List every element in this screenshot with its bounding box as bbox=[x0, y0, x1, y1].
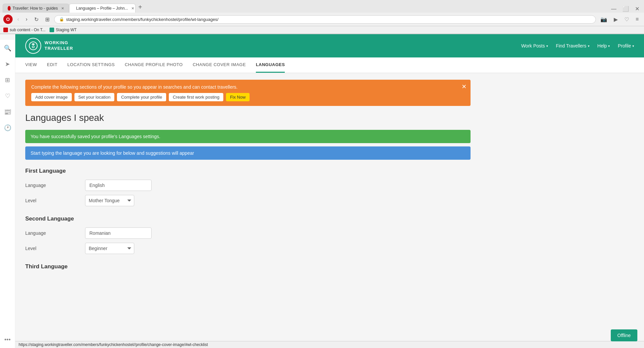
first-language-label: Language bbox=[25, 183, 85, 188]
first-level-select[interactable]: Mother Tongue Advanced Intermediate Begi… bbox=[85, 195, 134, 206]
reload-button[interactable]: ↻ bbox=[32, 16, 41, 23]
third-language-section: Third Language bbox=[25, 263, 471, 270]
second-level-label: Level bbox=[25, 246, 85, 251]
success-banner: You have successfully saved your profile… bbox=[25, 130, 471, 143]
first-language-section: First Language Language Level Mother Ton… bbox=[25, 168, 471, 206]
info-banner: Start typing the language you are lookin… bbox=[25, 146, 471, 160]
svg-point-1 bbox=[32, 46, 34, 48]
bookmark-label-staging: Staging WT bbox=[56, 28, 77, 32]
main-content: Complete the following sections of your … bbox=[15, 73, 481, 286]
add-cover-image-button[interactable]: Add cover image bbox=[31, 93, 72, 101]
profile-nav-languages[interactable]: LANGUAGES bbox=[256, 57, 285, 73]
back-button[interactable]: ‹ bbox=[15, 16, 21, 23]
banner-actions: Add cover image Set your location Comple… bbox=[31, 93, 465, 101]
sidebar-send-icon[interactable]: ➤ bbox=[4, 59, 11, 69]
second-language-section: Second Language Language Level Mother To… bbox=[25, 216, 471, 254]
new-tab-button[interactable]: + bbox=[136, 4, 145, 10]
browser-toolbar: O ‹ › ↻ ⊞ 🔒 📷 ▶ ♡ ≡ bbox=[0, 13, 644, 26]
bookmark-staging-wt[interactable]: Staging WT bbox=[50, 28, 77, 32]
forward-button[interactable]: › bbox=[24, 16, 29, 23]
chevron-down-icon: ▾ bbox=[546, 44, 548, 48]
bookmark-favicon-sub bbox=[3, 28, 8, 32]
address-bar[interactable]: 🔒 bbox=[54, 15, 596, 24]
second-level-select[interactable]: Mother Tongue Advanced Intermediate Begi… bbox=[85, 243, 134, 254]
tab-grid-button[interactable]: ⊞ bbox=[43, 16, 52, 23]
nav-work-posts[interactable]: Work Posts ▾ bbox=[521, 43, 548, 48]
browser-tab-1[interactable]: Traveller: How to - guides ✕ bbox=[3, 4, 69, 13]
menu-icon[interactable]: ≡ bbox=[634, 16, 641, 23]
sidebar-history-icon[interactable]: 🕐 bbox=[3, 123, 13, 133]
minimize-window-button[interactable]: — bbox=[609, 5, 618, 13]
first-level-label: Level bbox=[25, 198, 85, 203]
bookmark-label-sub: sub content - On T... bbox=[10, 28, 46, 32]
second-level-row: Level Mother Tongue Advanced Intermediat… bbox=[25, 243, 471, 254]
logo-icon bbox=[25, 38, 41, 54]
nav-profile[interactable]: Profile ▾ bbox=[618, 43, 634, 48]
browser-tab-2[interactable]: Languages – Profile – John... ✕ bbox=[69, 4, 136, 13]
chevron-down-icon: ▾ bbox=[588, 44, 590, 48]
second-language-row: Language bbox=[25, 227, 471, 239]
titlebar-controls: — ⬜ ✕ bbox=[609, 5, 641, 13]
profile-nav-change-cover-image[interactable]: CHANGE COVER IMAGE bbox=[193, 57, 246, 73]
browser-bookmarks: sub content - On T... Staging WT bbox=[0, 26, 644, 34]
create-work-posting-button[interactable]: Create first work posting bbox=[169, 93, 223, 101]
second-language-input[interactable] bbox=[85, 227, 152, 239]
chevron-down-icon: ▾ bbox=[608, 44, 610, 48]
page-wrapper: WORKING TRAVELLER Work Posts ▾ Find Trav… bbox=[15, 34, 644, 286]
bookmark-icon[interactable]: ♡ bbox=[622, 16, 631, 23]
camera-icon[interactable]: 📷 bbox=[598, 16, 609, 23]
site-nav: Work Posts ▾ Find Travellers ▾ Help ▾ Pr… bbox=[521, 43, 634, 48]
set-location-button[interactable]: Set your location bbox=[74, 93, 115, 101]
info-message: Start typing the language you are lookin… bbox=[31, 150, 194, 156]
first-level-row: Level Mother Tongue Advanced Intermediat… bbox=[25, 195, 471, 206]
sidebar-heart-icon[interactable]: ♡ bbox=[4, 91, 12, 101]
first-language-input[interactable] bbox=[85, 180, 152, 191]
feed-icon[interactable]: ▶ bbox=[612, 16, 620, 23]
profile-nav-edit[interactable]: EDIT bbox=[47, 57, 57, 73]
first-language-title: First Language bbox=[25, 168, 471, 174]
profile-nav-view[interactable]: VIEW bbox=[25, 57, 37, 73]
tab-favicon-opera bbox=[8, 6, 11, 11]
browser-chrome: Traveller: How to - guides ✕ Languages –… bbox=[0, 0, 644, 34]
second-language-title: Second Language bbox=[25, 216, 471, 222]
close-window-button[interactable]: ✕ bbox=[633, 5, 641, 13]
profile-nav: VIEW EDIT LOCATION SETTINGS CHANGE PROFI… bbox=[15, 57, 644, 73]
fix-now-button[interactable]: Fix Now bbox=[226, 93, 250, 101]
left-sidebar: 🔍 ➤ ⊞ ♡ 📰 🕐 ••• bbox=[0, 40, 15, 286]
first-language-row: Language bbox=[25, 180, 471, 191]
notification-message: Complete the following sections of your … bbox=[31, 84, 465, 90]
notification-banner: Complete the following sections of your … bbox=[25, 80, 471, 106]
url-input[interactable] bbox=[66, 17, 591, 22]
opera-logo: O bbox=[3, 15, 13, 24]
browser-tabs: Traveller: How to - guides ✕ Languages –… bbox=[0, 0, 644, 13]
complete-profile-button[interactable]: Complete your profile bbox=[117, 93, 166, 101]
tab-label-1: Traveller: How to - guides bbox=[13, 6, 58, 11]
site-header: WORKING TRAVELLER Work Posts ▾ Find Trav… bbox=[15, 34, 644, 57]
third-language-title: Third Language bbox=[25, 263, 471, 270]
maximize-window-button[interactable]: ⬜ bbox=[620, 5, 631, 13]
sidebar-apps-icon[interactable]: ⊞ bbox=[4, 75, 11, 85]
tab-label-2: Languages – Profile – John... bbox=[76, 6, 128, 11]
nav-find-travellers[interactable]: Find Travellers ▾ bbox=[556, 43, 590, 48]
nav-help[interactable]: Help ▾ bbox=[597, 43, 610, 48]
chevron-down-icon: ▾ bbox=[632, 44, 634, 48]
sidebar-search-icon[interactable]: 🔍 bbox=[3, 43, 13, 53]
site-logo: WORKING TRAVELLER bbox=[25, 38, 73, 54]
logo-text: WORKING TRAVELLER bbox=[45, 40, 73, 51]
profile-nav-location-settings[interactable]: LOCATION SETTINGS bbox=[67, 57, 115, 73]
banner-close-button[interactable]: ✕ bbox=[462, 83, 467, 90]
second-language-label: Language bbox=[25, 230, 85, 236]
success-message: You have successfully saved your profile… bbox=[31, 134, 161, 139]
bookmark-sub-content[interactable]: sub content - On T... bbox=[3, 28, 46, 32]
profile-nav-change-profile-photo[interactable]: CHANGE PROFILE PHOTO bbox=[125, 57, 182, 73]
sidebar-news-icon[interactable]: 📰 bbox=[3, 107, 13, 117]
ssl-lock-icon: 🔒 bbox=[59, 17, 64, 22]
bookmark-favicon-wt2 bbox=[50, 28, 54, 32]
tab-close-1[interactable]: ✕ bbox=[61, 6, 64, 11]
tab-close-2[interactable]: ✕ bbox=[131, 6, 134, 11]
page-title: Languages I speak bbox=[25, 113, 471, 123]
